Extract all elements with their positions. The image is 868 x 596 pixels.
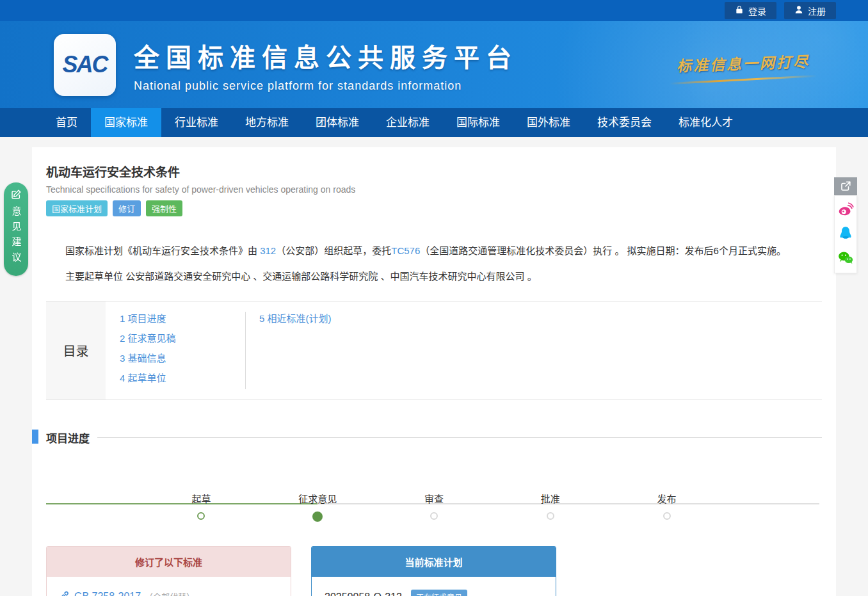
- sac-logo-text: SAC: [62, 51, 107, 78]
- para1-text: 国家标准计划《机动车运行安全技术条件》由: [65, 245, 260, 256]
- qq-icon[interactable]: [837, 225, 854, 242]
- toc-link-project-progress[interactable]: 1 项目进度: [120, 312, 245, 326]
- para1-text: （全国道路交通管理标准化技术委员会）执行 。 拟实施日期：发布后6个月正式实施。: [420, 245, 786, 256]
- tag-revision: 修订: [113, 200, 141, 216]
- toc-link-draft-for-comments[interactable]: 2 征求意见稿: [120, 332, 245, 346]
- org-code-link[interactable]: 312: [260, 245, 276, 256]
- slogan-block: 标准信息一网打尽: [670, 52, 817, 81]
- nav-item-technical-committees[interactable]: 技术委员会: [584, 108, 665, 137]
- slogan-text: 标准信息一网打尽: [669, 49, 817, 76]
- site-subtitle: National public service platform for sta…: [134, 79, 518, 93]
- share-icon[interactable]: [834, 177, 857, 195]
- sac-logo[interactable]: SAC: [54, 34, 116, 96]
- section-title: 项目进度: [46, 430, 90, 446]
- step-label: 征求意见: [298, 492, 337, 505]
- site-title-block: 全国标准信息公共服务平台 National public service pla…: [134, 37, 518, 93]
- nav-item-enterprise-standards[interactable]: 企业标准: [373, 108, 443, 137]
- step-label: 审查: [424, 492, 444, 505]
- current-card-header: 当前标准计划: [312, 547, 556, 577]
- status-badge: 正在征求意见: [411, 590, 467, 596]
- tc-link[interactable]: TC576: [391, 245, 420, 256]
- register-label: 注册: [808, 4, 826, 17]
- nav-item-foreign-standards[interactable]: 国外标准: [513, 108, 584, 137]
- edit-icon: [11, 189, 21, 206]
- user-icon: [794, 5, 803, 16]
- section-accent-bar: [32, 430, 38, 444]
- step-label: 起草: [191, 492, 211, 505]
- topbar: 登录 注册: [0, 0, 868, 21]
- main-content: 机动车运行安全技术条件 Technical specifications for…: [32, 147, 836, 596]
- summary-paragraph-2: 主要起草单位 公安部道路交通安全研究中心 、交通运输部公路科学研究院 、中国汽车…: [46, 269, 822, 284]
- step-dot-pending: [663, 512, 671, 520]
- replacement-note: （全部代替）: [145, 590, 195, 596]
- plan-code: 20250058-Q-312: [325, 592, 402, 596]
- section-project-progress: 项目进度: [46, 430, 822, 446]
- feedback-label: 意见建议: [10, 206, 23, 268]
- weibo-icon[interactable]: [837, 201, 854, 218]
- lock-icon: [735, 5, 744, 16]
- toc-label: 目录: [46, 302, 106, 399]
- revised-card-header: 修订了以下标准: [47, 547, 291, 577]
- toc-link-basic-info[interactable]: 3 基础信息: [120, 351, 245, 366]
- current-plan-card: 当前标准计划 20250058-Q-312 正在征求意见 机动车运行安全技术条件: [311, 546, 556, 596]
- slogan-underline: [670, 74, 817, 84]
- tag-row: 国家标准计划 修订 强制性: [46, 200, 822, 216]
- step-label: 发布: [657, 492, 677, 505]
- step-dot-pending: [430, 512, 438, 520]
- table-of-contents: 目录 1 项目进度 2 征求意见稿 3 基础信息 4 起草单位 5 相近标准(计…: [46, 301, 822, 400]
- tag-national-plan: 国家标准计划: [46, 200, 108, 216]
- step-publication: 发布: [657, 492, 677, 520]
- nav-item-standardization-talent[interactable]: 标准化人才: [665, 108, 746, 137]
- toc-link-similar-standards[interactable]: 5 相近标准(计划): [259, 312, 332, 326]
- site-header: SAC 全国标准信息公共服务平台 National public service…: [0, 21, 868, 108]
- standard-title-en: Technical specifications for safety of p…: [46, 184, 822, 195]
- step-dot-done: [197, 512, 205, 520]
- gb-standard-link[interactable]: GB 7258-2017: [74, 591, 141, 596]
- login-button[interactable]: 登录: [725, 2, 776, 19]
- register-button[interactable]: 注册: [784, 2, 836, 19]
- step-review: 审查: [424, 492, 444, 520]
- nav-item-industry-standards[interactable]: 行业标准: [161, 108, 232, 137]
- nav-item-national-standards[interactable]: 国家标准: [91, 108, 161, 137]
- link-chain-icon: [60, 590, 70, 596]
- toc-link-drafting-units[interactable]: 4 起草单位: [120, 371, 245, 385]
- revised-standards-card: 修订了以下标准 GB 7258-2017 （全部代替） 机动车运行安全技术条件: [46, 546, 291, 596]
- nav-item-group-standards[interactable]: 团体标准: [302, 108, 373, 137]
- progress-stepper: 起草 征求意见 审查 批准 发布: [46, 492, 822, 517]
- nav-item-home[interactable]: 首页: [42, 108, 91, 137]
- nav-item-international-standards[interactable]: 国际标准: [443, 108, 513, 137]
- share-panel: [834, 177, 857, 273]
- step-comments: 征求意见: [298, 492, 337, 522]
- nav-item-local-standards[interactable]: 地方标准: [232, 108, 302, 137]
- feedback-button[interactable]: 意见建议: [4, 182, 28, 276]
- step-drafting: 起草: [191, 492, 211, 520]
- step-dot-current: [312, 511, 323, 522]
- step-dot-pending: [547, 512, 554, 520]
- wechat-icon[interactable]: [837, 250, 854, 266]
- step-approval: 批准: [541, 492, 560, 520]
- step-label: 批准: [541, 492, 560, 505]
- section-rule: [97, 437, 822, 438]
- para1-text: （公安部）组织起草，委托: [276, 245, 391, 256]
- main-nav: 首页 国家标准 行业标准 地方标准 团体标准 企业标准 国际标准 国外标准 技术…: [0, 108, 868, 137]
- progress-track-fill: [46, 503, 317, 504]
- standard-title: 机动车运行安全技术条件: [46, 163, 822, 180]
- tag-mandatory: 强制性: [146, 200, 182, 216]
- summary-paragraph-1: 国家标准计划《机动车运行安全技术条件》由 312（公安部）组织起草，委托TC57…: [46, 243, 822, 259]
- summary-paragraphs: 国家标准计划《机动车运行安全技术条件》由 312（公安部）组织起草，委托TC57…: [46, 243, 822, 284]
- standard-cards: 修订了以下标准 GB 7258-2017 （全部代替） 机动车运行安全技术条件 …: [46, 546, 822, 596]
- site-title: 全国标准信息公共服务平台: [134, 37, 518, 74]
- login-label: 登录: [748, 4, 766, 17]
